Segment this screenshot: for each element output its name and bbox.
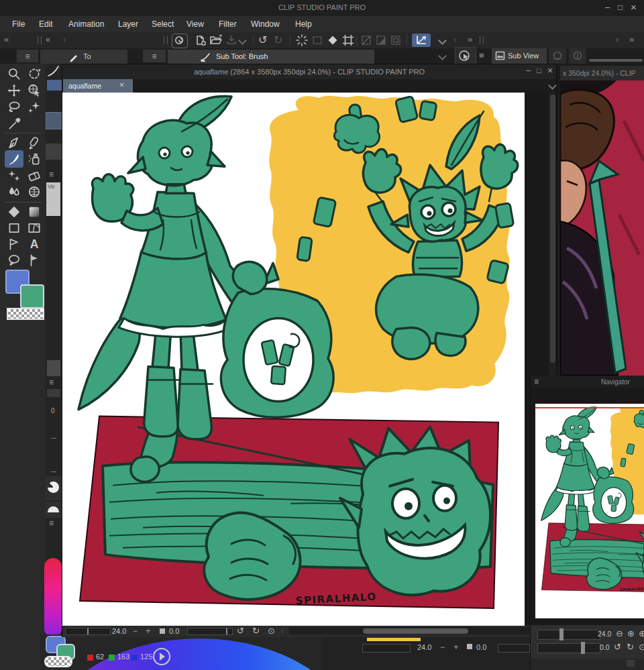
tab-overflow-icon[interactable] (548, 81, 557, 90)
toolbar-handle[interactable] (164, 36, 168, 44)
menu-select[interactable]: Select (152, 19, 174, 29)
zoom-in-button[interactable]: + (146, 626, 151, 636)
second-zoom-in[interactable]: + (453, 642, 459, 652)
navigator-rotate-cw-icon[interactable]: ↻ (627, 642, 634, 652)
collapse-left-icon[interactable]: « (4, 35, 9, 44)
navigator-zoom-handle[interactable] (559, 628, 564, 640)
color-wheel-tab[interactable] (46, 476, 62, 500)
navigator-zoom-in-icon[interactable]: ⊕ (627, 628, 635, 638)
subview-tab[interactable]: Sub View (492, 48, 547, 64)
tool-fill-button[interactable] (7, 205, 21, 219)
app-minimize-button[interactable]: – (605, 2, 610, 12)
doc-close-button[interactable]: × (547, 65, 553, 76)
tool-lasso-button[interactable] (7, 100, 21, 115)
tool-ruler-button[interactable] (7, 237, 21, 252)
rotation-slider[interactable] (187, 628, 233, 635)
scroll-right-icon[interactable]: › (616, 35, 619, 44)
document-tab[interactable]: aquaflame × (63, 79, 133, 93)
collapse-icon[interactable]: « (46, 35, 50, 44)
vertical-slider-fragment[interactable]: Ve (46, 182, 60, 216)
tool-frame-border-button[interactable] (27, 221, 42, 235)
undo-button[interactable]: ↺ (258, 34, 267, 46)
hamburger-icon[interactable]: ≡ (49, 518, 54, 528)
document-tab-close-icon[interactable]: × (119, 80, 124, 90)
menu-filter[interactable]: Filter (219, 19, 237, 29)
vscroll-thumb[interactable] (550, 95, 555, 363)
mini-transparent-swatch[interactable] (44, 656, 72, 667)
menu-window[interactable]: Window (251, 19, 280, 29)
second-zoom-out[interactable]: − (440, 643, 445, 652)
menu-layer[interactable]: Layer (118, 19, 138, 29)
doc-maximize-button[interactable]: □ (537, 66, 541, 74)
snap-ruler-button[interactable] (412, 34, 431, 47)
canvas-hscrollbar[interactable] (289, 627, 548, 634)
tool-object-button[interactable] (27, 83, 42, 98)
rotate-ccw-button[interactable]: ↺ (237, 626, 244, 636)
navigator-menu-icon[interactable]: ≡ (534, 377, 539, 386)
snap-dropdown-icon[interactable] (438, 36, 447, 45)
app-close-button[interactable]: × (631, 1, 637, 13)
scroll-left2-icon[interactable]: ‹ (453, 35, 456, 44)
tool-rotate-view-button[interactable] (27, 66, 42, 81)
rotate-cw-button[interactable]: ↻ (252, 626, 260, 636)
subtool-panel-menu[interactable]: ≡ (143, 50, 166, 62)
second-rotation-slider[interactable] (498, 644, 530, 653)
toolbar-handle[interactable] (480, 36, 484, 44)
tool-liquify-button[interactable] (27, 184, 42, 199)
second-window-titlebar[interactable]: x 350dpi 24.0%) - CLIP (560, 66, 644, 80)
info-tab[interactable] (569, 48, 586, 64)
navigator-zoom-extra-icon[interactable]: ⊕ (639, 628, 644, 638)
tool-pencil-button[interactable] (27, 135, 42, 150)
tool-brush-button[interactable] (7, 152, 21, 166)
canvas-artwork[interactable] (62, 93, 525, 626)
second-zoom-slider[interactable] (362, 644, 411, 653)
tool-move-button[interactable] (7, 83, 21, 98)
tool-blend-button[interactable] (7, 184, 21, 199)
tool-panel-menu[interactable]: ≡ (17, 50, 38, 62)
menu-view[interactable]: View (186, 19, 204, 29)
tool-zoom-button[interactable] (7, 66, 21, 81)
navigator-zoom-slider[interactable] (537, 630, 600, 640)
tool-pen-button[interactable] (7, 135, 21, 150)
tool-balloon-button[interactable] (7, 253, 21, 268)
app-maximize-button[interactable]: □ (618, 3, 623, 12)
subtool-panel-tab[interactable]: Sub Tool: Brush (168, 50, 374, 64)
fit-button[interactable] (160, 628, 165, 634)
hscroll-thumb[interactable] (363, 628, 468, 634)
tool-eraser-button[interactable] (27, 168, 42, 183)
menu-edit[interactable]: Edit (39, 19, 53, 29)
tool-gradient-button[interactable] (27, 205, 42, 219)
hamburger-icon[interactable]: ≡ (49, 378, 54, 387)
subview-menu-icon[interactable]: ≡ (479, 50, 484, 60)
doc-minimize-button[interactable]: – (526, 66, 531, 75)
color-slider-tab[interactable] (46, 502, 62, 518)
rotate-reset-button2[interactable]: ⊙ (268, 626, 275, 636)
transform-frame-icon[interactable] (342, 34, 354, 46)
menu-file[interactable]: File (12, 19, 25, 29)
zoom-out-button[interactable]: − (133, 626, 138, 636)
toolbar-handle[interactable] (38, 36, 42, 44)
document-titlebar[interactable]: aquaflame (2864 x 3580px 350dpi 24.0%) -… (62, 64, 556, 79)
background-color-swatch[interactable] (20, 284, 44, 309)
overflow-icon[interactable]: » (468, 35, 472, 44)
zoom-slider[interactable] (65, 628, 111, 635)
rotate-reset-button[interactable] (455, 47, 476, 66)
scroll-left-icon[interactable]: ‹ (63, 35, 66, 44)
color-mode-play-button[interactable] (153, 648, 170, 665)
navigator-zoom-out-icon[interactable]: ⊖ (616, 628, 623, 638)
tool-eyedropper-button[interactable] (7, 117, 21, 131)
navigator-rotation-handle[interactable] (581, 642, 585, 654)
menu-help[interactable]: Help (295, 19, 312, 29)
hamburger-icon[interactable]: ≡ (49, 170, 54, 179)
navigator-rotate-ccw-icon[interactable]: ↺ (614, 642, 621, 652)
overflow-right-icon[interactable]: » (629, 35, 634, 44)
subview-scrollbar[interactable] (589, 59, 643, 62)
hue-ring-left-arc[interactable] (44, 558, 62, 637)
fill-selection-icon[interactable] (327, 34, 339, 46)
tool-panel-tab[interactable]: To (40, 50, 127, 64)
navigator-rotation-slider[interactable] (537, 643, 600, 653)
clip-studio-logo-button[interactable] (172, 34, 188, 48)
item-bank-tab[interactable] (549, 48, 566, 64)
second-fit-button[interactable] (467, 644, 472, 649)
new-file-icon[interactable] (195, 34, 207, 46)
